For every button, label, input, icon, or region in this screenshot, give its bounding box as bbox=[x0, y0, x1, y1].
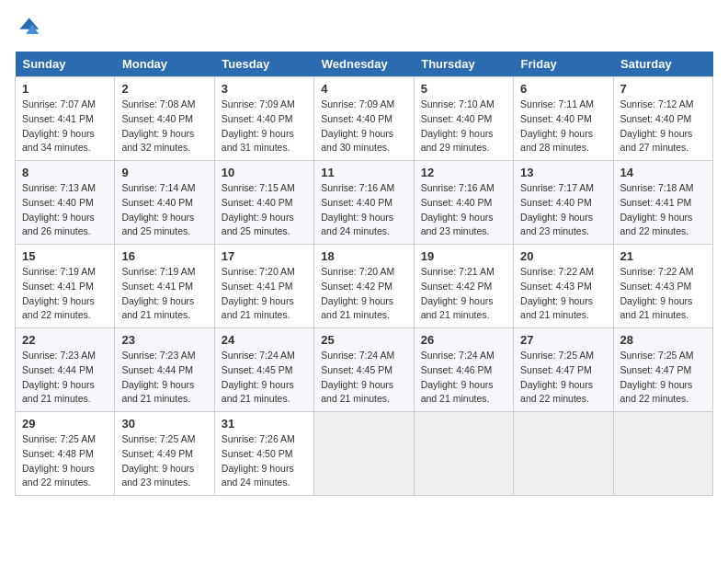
calendar-cell: 24 Sunrise: 7:24 AM Sunset: 4:45 PM Dayl… bbox=[214, 328, 313, 412]
daylight-label: Daylight: 9 hours and 21 minutes. bbox=[121, 295, 194, 321]
column-header-wednesday: Wednesday bbox=[314, 52, 414, 77]
daylight-label: Daylight: 9 hours and 23 minutes. bbox=[421, 212, 494, 237]
sunset-label: Sunset: 4:49 PM bbox=[121, 448, 193, 459]
day-info: Sunrise: 7:25 AM Sunset: 4:49 PM Dayligh… bbox=[121, 432, 207, 490]
sunrise-label: Sunrise: 7:24 AM bbox=[222, 350, 295, 361]
day-number: 28 bbox=[620, 333, 706, 347]
daylight-label: Daylight: 9 hours and 31 minutes. bbox=[222, 128, 294, 154]
calendar-cell: 12 Sunrise: 7:16 AM Sunset: 4:40 PM Dayl… bbox=[414, 161, 513, 245]
daylight-label: Daylight: 9 hours and 22 minutes. bbox=[620, 379, 693, 405]
day-info: Sunrise: 7:14 AM Sunset: 4:40 PM Dayligh… bbox=[121, 181, 207, 239]
daylight-label: Daylight: 9 hours and 24 minutes. bbox=[321, 212, 393, 237]
day-info: Sunrise: 7:23 AM Sunset: 4:44 PM Dayligh… bbox=[22, 349, 108, 407]
sunset-label: Sunset: 4:40 PM bbox=[22, 197, 94, 208]
daylight-label: Daylight: 9 hours and 22 minutes. bbox=[520, 379, 593, 405]
calendar-cell: 21 Sunrise: 7:22 AM Sunset: 4:43 PM Dayl… bbox=[613, 245, 712, 328]
sunset-label: Sunset: 4:43 PM bbox=[620, 281, 692, 292]
sunset-label: Sunset: 4:40 PM bbox=[620, 113, 692, 124]
day-number: 8 bbox=[22, 166, 108, 179]
day-number: 21 bbox=[620, 249, 706, 263]
sunset-label: Sunset: 4:45 PM bbox=[222, 364, 293, 375]
calendar-cell: 29 Sunrise: 7:25 AM Sunset: 4:48 PM Dayl… bbox=[16, 412, 115, 496]
sunset-label: Sunset: 4:41 PM bbox=[22, 113, 94, 124]
daylight-label: Daylight: 9 hours and 21 minutes. bbox=[421, 379, 494, 405]
day-info: Sunrise: 7:22 AM Sunset: 4:43 PM Dayligh… bbox=[520, 265, 606, 323]
sunrise-label: Sunrise: 7:10 AM bbox=[421, 98, 495, 109]
sunset-label: Sunset: 4:47 PM bbox=[520, 364, 592, 375]
column-header-saturday: Saturday bbox=[613, 52, 712, 77]
daylight-label: Daylight: 9 hours and 25 minutes. bbox=[222, 212, 294, 237]
day-info: Sunrise: 7:09 AM Sunset: 4:40 PM Dayligh… bbox=[321, 98, 406, 155]
day-info: Sunrise: 7:08 AM Sunset: 4:40 PM Dayligh… bbox=[121, 98, 207, 155]
day-number: 2 bbox=[121, 82, 207, 96]
sunset-label: Sunset: 4:46 PM bbox=[421, 364, 493, 375]
sunset-label: Sunset: 4:41 PM bbox=[121, 281, 193, 292]
daylight-label: Daylight: 9 hours and 21 minutes. bbox=[321, 379, 393, 405]
sunset-label: Sunset: 4:44 PM bbox=[121, 364, 193, 375]
sunset-label: Sunset: 4:40 PM bbox=[222, 197, 293, 208]
calendar-cell: 4 Sunrise: 7:09 AM Sunset: 4:40 PM Dayli… bbox=[314, 77, 414, 161]
day-info: Sunrise: 7:24 AM Sunset: 4:46 PM Dayligh… bbox=[421, 349, 506, 407]
calendar-cell: 1 Sunrise: 7:07 AM Sunset: 4:41 PM Dayli… bbox=[16, 77, 115, 161]
daylight-label: Daylight: 9 hours and 25 minutes. bbox=[121, 212, 194, 237]
calendar-cell bbox=[414, 412, 513, 496]
sunset-label: Sunset: 4:40 PM bbox=[321, 113, 392, 124]
calendar-cell: 25 Sunrise: 7:24 AM Sunset: 4:45 PM Dayl… bbox=[314, 328, 414, 412]
day-info: Sunrise: 7:19 AM Sunset: 4:41 PM Dayligh… bbox=[22, 265, 108, 323]
calendar-cell: 3 Sunrise: 7:09 AM Sunset: 4:40 PM Dayli… bbox=[214, 77, 313, 161]
calendar-cell: 10 Sunrise: 7:15 AM Sunset: 4:40 PM Dayl… bbox=[214, 161, 313, 245]
day-info: Sunrise: 7:19 AM Sunset: 4:41 PM Dayligh… bbox=[121, 265, 207, 323]
calendar-cell bbox=[314, 412, 414, 496]
sunrise-label: Sunrise: 7:15 AM bbox=[222, 182, 295, 193]
sunset-label: Sunset: 4:40 PM bbox=[520, 113, 592, 124]
calendar-header-row: SundayMondayTuesdayWednesdayThursdayFrid… bbox=[16, 52, 713, 77]
sunrise-label: Sunrise: 7:23 AM bbox=[22, 350, 96, 361]
calendar-cell: 16 Sunrise: 7:19 AM Sunset: 4:41 PM Dayl… bbox=[115, 245, 214, 328]
sunrise-label: Sunrise: 7:20 AM bbox=[222, 266, 295, 277]
daylight-label: Daylight: 9 hours and 29 minutes. bbox=[421, 128, 494, 154]
day-number: 6 bbox=[520, 82, 606, 96]
day-number: 11 bbox=[321, 166, 406, 179]
calendar-cell: 14 Sunrise: 7:18 AM Sunset: 4:41 PM Dayl… bbox=[613, 161, 712, 245]
day-info: Sunrise: 7:12 AM Sunset: 4:40 PM Dayligh… bbox=[620, 98, 706, 155]
day-number: 30 bbox=[121, 417, 207, 431]
sunrise-label: Sunrise: 7:25 AM bbox=[520, 350, 594, 361]
sunset-label: Sunset: 4:42 PM bbox=[321, 281, 392, 292]
day-info: Sunrise: 7:09 AM Sunset: 4:40 PM Dayligh… bbox=[222, 98, 307, 155]
day-number: 9 bbox=[121, 166, 207, 179]
sunset-label: Sunset: 4:42 PM bbox=[421, 281, 493, 292]
day-info: Sunrise: 7:07 AM Sunset: 4:41 PM Dayligh… bbox=[22, 98, 108, 155]
day-number: 17 bbox=[222, 249, 307, 263]
calendar-cell: 8 Sunrise: 7:13 AM Sunset: 4:40 PM Dayli… bbox=[16, 161, 115, 245]
day-info: Sunrise: 7:13 AM Sunset: 4:40 PM Dayligh… bbox=[22, 181, 108, 239]
day-number: 19 bbox=[421, 249, 506, 263]
sunset-label: Sunset: 4:40 PM bbox=[121, 113, 193, 124]
column-header-tuesday: Tuesday bbox=[214, 52, 313, 77]
day-number: 15 bbox=[22, 249, 108, 263]
logo bbox=[15, 15, 44, 40]
daylight-label: Daylight: 9 hours and 21 minutes. bbox=[421, 295, 494, 321]
daylight-label: Daylight: 9 hours and 22 minutes. bbox=[22, 463, 95, 488]
calendar-cell: 19 Sunrise: 7:21 AM Sunset: 4:42 PM Dayl… bbox=[414, 245, 513, 328]
day-info: Sunrise: 7:15 AM Sunset: 4:40 PM Dayligh… bbox=[222, 181, 307, 239]
day-info: Sunrise: 7:26 AM Sunset: 4:50 PM Dayligh… bbox=[222, 432, 307, 490]
day-number: 18 bbox=[321, 249, 406, 263]
daylight-label: Daylight: 9 hours and 21 minutes. bbox=[520, 295, 593, 321]
daylight-label: Daylight: 9 hours and 34 minutes. bbox=[22, 128, 95, 154]
sunset-label: Sunset: 4:47 PM bbox=[620, 364, 692, 375]
day-number: 14 bbox=[620, 166, 706, 179]
calendar-cell bbox=[613, 412, 712, 496]
calendar-cell: 7 Sunrise: 7:12 AM Sunset: 4:40 PM Dayli… bbox=[613, 77, 712, 161]
sunset-label: Sunset: 4:40 PM bbox=[421, 113, 493, 124]
sunset-label: Sunset: 4:40 PM bbox=[421, 197, 493, 208]
day-number: 13 bbox=[520, 166, 606, 179]
sunrise-label: Sunrise: 7:09 AM bbox=[321, 98, 394, 109]
daylight-label: Daylight: 9 hours and 30 minutes. bbox=[321, 128, 393, 154]
calendar-cell: 2 Sunrise: 7:08 AM Sunset: 4:40 PM Dayli… bbox=[115, 77, 214, 161]
calendar-week-row: 22 Sunrise: 7:23 AM Sunset: 4:44 PM Dayl… bbox=[16, 328, 713, 412]
daylight-label: Daylight: 9 hours and 24 minutes. bbox=[222, 463, 294, 488]
day-info: Sunrise: 7:16 AM Sunset: 4:40 PM Dayligh… bbox=[421, 181, 506, 239]
sunrise-label: Sunrise: 7:08 AM bbox=[121, 98, 195, 109]
calendar-cell: 30 Sunrise: 7:25 AM Sunset: 4:49 PM Dayl… bbox=[115, 412, 214, 496]
day-number: 29 bbox=[22, 417, 108, 431]
